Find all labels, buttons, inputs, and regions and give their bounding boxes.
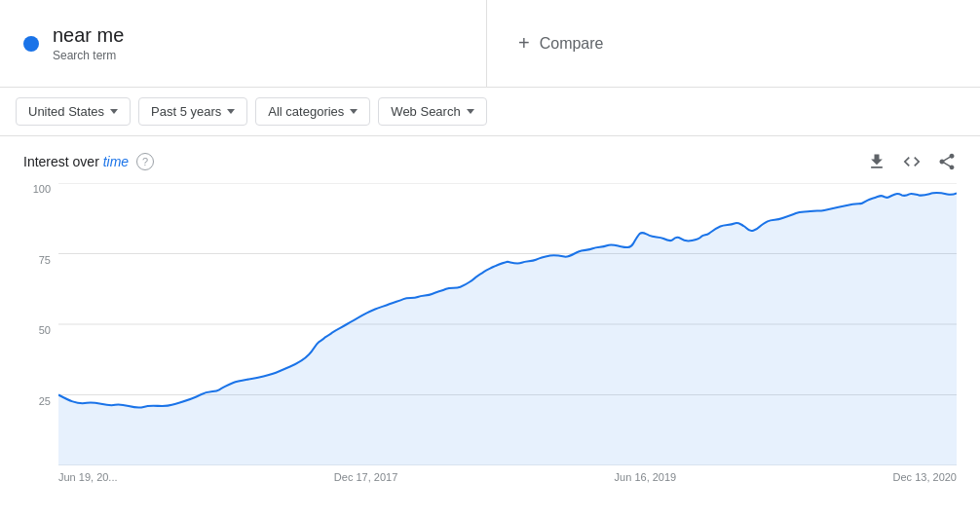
x-label-3: Dec 13, 2020 [893,471,957,483]
chart-y-labels: 100 75 50 25 [23,183,58,465]
embed-button[interactable] [902,152,922,171]
chart-container: 100 75 50 25 Jun 19, 20... [23,183,957,495]
search-type-filter-label: Web Search [391,104,460,119]
compare-plus-icon: + [518,32,530,55]
chart-x-labels: Jun 19, 20... Dec 17, 2017 Jun 16, 2019 … [58,465,957,495]
category-filter[interactable]: All categories [255,97,370,126]
category-chevron-down-icon [350,109,358,114]
compare-label: Compare [540,35,604,53]
y-label-100: 100 [23,183,58,195]
region-chevron-down-icon [110,109,118,114]
search-term-name: near me [53,24,124,47]
trend-chart-svg [58,183,957,465]
x-label-0: Jun 19, 20... [58,471,118,483]
y-label-50: 50 [23,324,58,336]
chart-title: Interest over time [23,154,129,169]
chart-actions [867,152,957,171]
search-term-dot [23,36,39,52]
x-label-2: Jun 16, 2019 [615,471,677,483]
time-chevron-down-icon [227,109,235,114]
chart-title-area: Interest over time ? [23,153,154,170]
y-label-75: 75 [23,254,58,266]
search-type-chevron-down-icon [467,109,474,114]
search-term-section: near me Search term [0,0,487,87]
chart-title-highlight: time [103,154,129,169]
search-term-type-label: Search term [53,49,124,62]
download-button[interactable] [867,152,886,171]
y-label-25: 25 [23,395,58,407]
category-filter-label: All categories [268,104,344,119]
x-label-1: Dec 17, 2017 [334,471,397,483]
top-bar: near me Search term + Compare [0,0,980,88]
search-term-text: near me Search term [53,24,124,62]
chart-svg-area [58,183,957,465]
search-type-filter[interactable]: Web Search [378,97,486,126]
compare-section[interactable]: + Compare [487,0,635,87]
time-filter[interactable]: Past 5 years [138,97,247,126]
share-button[interactable] [937,152,957,171]
region-filter-label: United States [28,104,104,119]
region-filter[interactable]: United States [16,97,131,126]
time-filter-label: Past 5 years [151,104,221,119]
help-icon[interactable]: ? [136,153,154,170]
filter-bar: United States Past 5 years All categorie… [0,88,980,136]
chart-section: Interest over time ? 100 75 50 25 [0,136,980,510]
chart-header: Interest over time ? [23,152,957,171]
